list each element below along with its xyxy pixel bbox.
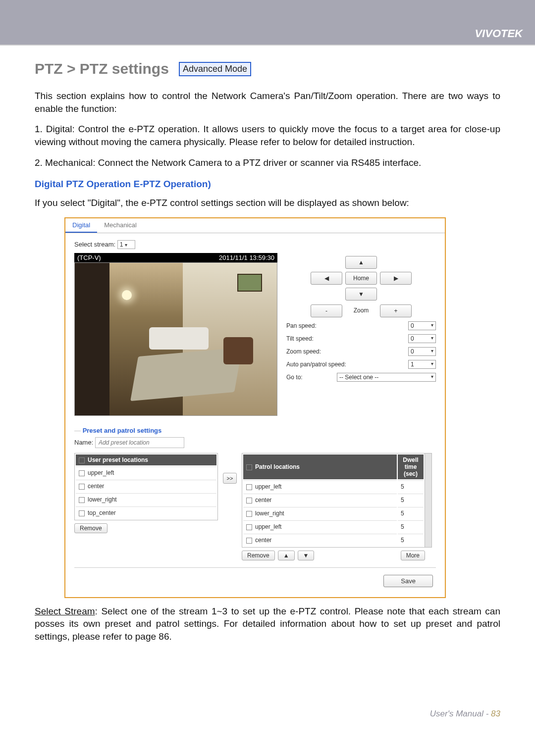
table-row[interactable]: top_center	[76, 506, 216, 519]
preset-name-input[interactable]	[95, 437, 184, 448]
row-label: top_center	[88, 509, 116, 516]
table-row[interactable]: upper_left5	[243, 520, 424, 533]
lists-row: User preset locations upper_left center …	[74, 453, 436, 560]
video-titlebar: (TCP-V) 2011/11/1 13:59:30	[74, 253, 277, 262]
tilt-speed-select[interactable]: 0	[408, 334, 436, 343]
select-stream-label: Select Stream	[35, 606, 95, 616]
table-row[interactable]: center	[76, 480, 216, 492]
zoom-speed-row: Zoom speed: 0	[286, 347, 436, 356]
select-stream-paragraph: Select Stream: Select one of the stream …	[35, 605, 500, 643]
pan-left-button[interactable]: ◀	[311, 272, 342, 285]
footer-label: User's Manual -	[430, 709, 491, 718]
zoom-in-button[interactable]: +	[380, 304, 412, 317]
move-down-button[interactable]: ▼	[298, 551, 315, 560]
stream-row: Select stream: 1	[74, 240, 436, 249]
dwell-value: 5	[398, 507, 424, 519]
pan-speed-row: Pan speed: 0	[286, 321, 436, 330]
transfer-button[interactable]: >>	[223, 473, 237, 484]
row-label: upper_left	[255, 483, 281, 490]
zoom-speed-select[interactable]: 0	[408, 347, 436, 356]
dwell-header-1: Dwell time	[403, 456, 418, 470]
preview-area: (TCP-V) 2011/11/1 13:59:30	[74, 253, 436, 416]
brand-label: VIVOTEK	[475, 27, 523, 40]
tab-mechanical[interactable]: Mechanical	[97, 218, 144, 233]
video-decor	[122, 290, 132, 300]
row-label: lower_right	[88, 496, 117, 503]
stream-select[interactable]: 1	[117, 240, 135, 249]
intro-bullet-2: 2. Mechanical: Connect the Network Camer…	[35, 156, 500, 169]
move-up-button[interactable]: ▲	[278, 551, 295, 560]
pan-right-button[interactable]: ▶	[380, 272, 412, 285]
spacer	[311, 288, 342, 301]
video-column: (TCP-V) 2011/11/1 13:59:30	[74, 253, 277, 416]
row-checkbox[interactable]	[246, 524, 252, 530]
video-decor	[223, 337, 253, 364]
table-row[interactable]: center5	[243, 534, 424, 546]
home-button[interactable]: Home	[345, 272, 377, 285]
user-header: User preset locations	[88, 456, 148, 463]
page-number: 83	[491, 709, 500, 718]
video-decor	[237, 274, 262, 292]
advanced-mode-badge: Advanced Mode	[179, 62, 251, 76]
row-checkbox[interactable]	[79, 497, 85, 503]
row-checkbox[interactable]	[79, 484, 85, 490]
zoom-row: - Zoom +	[286, 304, 436, 317]
tilt-speed-label: Tilt speed:	[286, 335, 314, 342]
dwell-value: 5	[398, 534, 424, 546]
row-checkbox[interactable]	[246, 484, 252, 490]
row-checkbox[interactable]	[79, 510, 85, 516]
row-label: upper_left	[88, 469, 114, 476]
auto-speed-select[interactable]: 1	[408, 360, 436, 369]
row-checkbox[interactable]	[79, 470, 85, 476]
preset-name-label: Name:	[74, 439, 93, 446]
scrollbar[interactable]	[425, 453, 432, 548]
tilt-up-button[interactable]: ▲	[345, 256, 377, 269]
table-row[interactable]: upper_left5	[243, 480, 424, 493]
video-decor	[75, 263, 109, 415]
row-label: lower_right	[255, 510, 284, 517]
subheading-digital-ptz: Digital PTZ Operation E-PTZ Operation)	[35, 179, 500, 190]
goto-select[interactable]: -- Select one --	[337, 373, 436, 382]
control-column: ▲ ◀ Home ▶ ▼ - Zoom +	[286, 253, 436, 416]
row-label: center	[255, 497, 271, 504]
row-label: center	[88, 483, 104, 490]
intro-bullet-1: 1. Digital: Control the e-PTZ operation.…	[35, 123, 500, 148]
dwell-value: 5	[398, 480, 424, 493]
video-preview[interactable]	[74, 262, 277, 416]
select-all-user-checkbox[interactable]	[79, 457, 85, 463]
auto-speed-label: Auto pan/patrol speed:	[286, 361, 346, 368]
page-footer: User's Manual - 83	[430, 709, 500, 719]
page-body: PTZ > PTZ settings Advanced Mode This se…	[0, 45, 535, 728]
more-button[interactable]: More	[401, 551, 425, 560]
patrol-table: Patrol locations Dwell time(sec) upper_l…	[242, 453, 425, 548]
zoom-speed-label: Zoom speed:	[286, 348, 321, 355]
save-button[interactable]: Save	[383, 575, 433, 587]
table-row[interactable]: center5	[243, 494, 424, 506]
select-all-patrol-checkbox[interactable]	[246, 464, 252, 470]
row-label: center	[255, 537, 271, 544]
stream-label: Select stream:	[74, 241, 115, 248]
video-timestamp: 2011/11/1 13:59:30	[219, 254, 274, 261]
breadcrumb-row: PTZ > PTZ settings Advanced Mode	[35, 60, 500, 77]
ptz-panel: Digital Mechanical Select stream: 1 (TCP…	[64, 217, 446, 598]
zoom-out-button[interactable]: -	[311, 304, 342, 317]
goto-label: Go to:	[286, 374, 303, 381]
row-checkbox[interactable]	[246, 511, 252, 517]
save-row: Save	[74, 567, 436, 590]
remove-user-preset-button[interactable]: Remove	[74, 523, 107, 533]
table-row[interactable]: lower_right	[76, 493, 216, 505]
row-checkbox[interactable]	[246, 538, 252, 544]
select-stream-text: : Select one of the stream 1~3 to set up…	[35, 606, 500, 642]
table-row[interactable]: upper_left	[76, 466, 216, 479]
row-checkbox[interactable]	[246, 498, 252, 504]
pan-speed-select[interactable]: 0	[408, 321, 436, 330]
tab-digital[interactable]: Digital	[65, 218, 97, 233]
pan-speed-label: Pan speed:	[286, 322, 317, 329]
remove-patrol-button[interactable]: Remove	[242, 551, 275, 560]
video-source-label: (TCP-V)	[77, 254, 101, 261]
preset-name-row: Name:	[74, 437, 436, 448]
tilt-speed-row: Tilt speed: 0	[286, 334, 436, 343]
tilt-down-button[interactable]: ▼	[345, 288, 377, 301]
patrol-header: Patrol locations	[255, 463, 300, 470]
table-row[interactable]: lower_right5	[243, 507, 424, 519]
